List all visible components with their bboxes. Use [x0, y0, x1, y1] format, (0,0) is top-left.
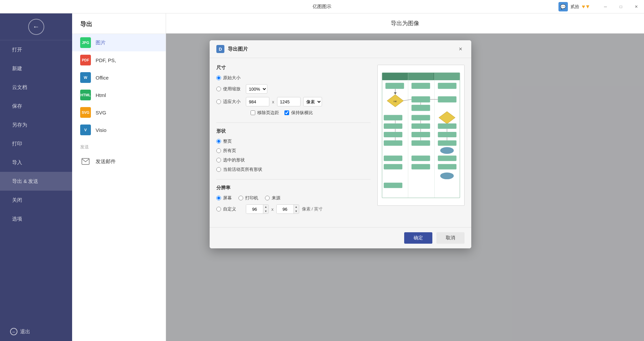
shape-current-radio[interactable] [216, 167, 221, 172]
svg-rect-31 [438, 140, 456, 146]
fit-size-label[interactable]: 适应大小 [216, 99, 243, 105]
right-content: 导出为图像 D 导出图片 [166, 13, 644, 341]
sidebar-item-cloud[interactable]: 云文档 [0, 78, 72, 97]
fit-height-input[interactable] [277, 97, 301, 106]
back-arrow-icon: ← [33, 23, 40, 31]
sidebar-item-label: 导入 [12, 159, 22, 166]
original-size-label[interactable]: 原始大小 [216, 75, 243, 81]
shape-all-radio[interactable] [216, 148, 221, 153]
chat-icon[interactable]: 💬 [558, 2, 568, 11]
svg-rect-23 [384, 124, 402, 129]
sidebar-item-label: 选项 [12, 216, 22, 222]
sidebar-item-options[interactable]: 选项 [0, 209, 72, 228]
shape-whole-row: 整页 [216, 138, 371, 144]
sidebar-item-print[interactable]: 打印 [0, 134, 72, 153]
export-item-jpg[interactable]: JPG 图片 [72, 34, 166, 51]
sidebar-item-label: 打开 [12, 47, 22, 53]
sidebar-item-save-as[interactable]: 另存为 [0, 115, 72, 134]
preview-inner: 判断 [378, 65, 464, 205]
keep-ratio-checkbox[interactable] [284, 110, 289, 115]
scale-size-radio[interactable] [216, 87, 221, 91]
export-panel: 导出 JPG 图片 PDF PDF, PS, W [72, 13, 166, 341]
send-email-item[interactable]: 发送邮件 [72, 153, 166, 170]
resolution-x-buttons: ▲ ▼ [263, 205, 268, 213]
original-size-radio[interactable] [216, 76, 221, 80]
sidebar-item-open[interactable]: 打开 [0, 40, 72, 59]
resolution-printer-label[interactable]: 打印机 [238, 195, 258, 201]
sidebar-item-new[interactable]: 新建 [0, 59, 72, 78]
export-item-svg[interactable]: SVG SVG [72, 104, 166, 121]
dialog-title-area: D 导出图片 [216, 45, 248, 53]
resolution-y-up-button[interactable]: ▲ [293, 205, 299, 209]
shape-selected-radio[interactable] [216, 158, 221, 162]
resolution-y-down-button[interactable]: ▼ [293, 209, 299, 213]
pdf-icon: PDF [80, 55, 91, 65]
fit-size-radio[interactable] [216, 99, 221, 104]
sidebar-item-import[interactable]: 导入 [0, 153, 72, 172]
app-title: 亿图图示 [313, 4, 331, 10]
shape-selected-label[interactable]: 选中的形状 [216, 157, 245, 163]
sidebar-item-label: 保存 [12, 103, 22, 109]
scale-select[interactable]: 100% 50% 75% 150% 200% [246, 84, 267, 94]
export-item-office[interactable]: W Office [72, 69, 166, 86]
svg-point-47 [440, 173, 453, 179]
export-item-visio[interactable]: V Visio [72, 121, 166, 139]
trim-margin-label[interactable]: 移除页边距 [251, 110, 279, 116]
sidebar-item-label: 导出 & 发送 [12, 178, 38, 185]
resolution-custom-radio[interactable] [216, 207, 221, 211]
exit-label: 退出 [20, 329, 30, 335]
keep-ratio-label[interactable]: 保持纵横比 [284, 110, 313, 116]
resolution-custom-label[interactable]: 自定义 [216, 206, 243, 212]
sidebar-item-export[interactable]: 导出 & 发送 [0, 172, 72, 191]
back-button[interactable]: ← [28, 19, 44, 35]
sidebar-item-label: 新建 [12, 65, 22, 72]
resolution-source-radio[interactable] [265, 196, 270, 200]
fit-width-input[interactable] [246, 97, 269, 106]
resolution-y-spinner: ▲ ▼ [276, 204, 299, 214]
resolution-screen-label[interactable]: 屏幕 [216, 195, 232, 201]
svg-rect-15 [412, 105, 430, 111]
trim-margin-checkbox[interactable] [251, 110, 255, 115]
dialog-footer: 确定 取消 [210, 227, 471, 248]
shape-selected-row: 选中的形状 [216, 157, 371, 163]
close-window-button[interactable]: ✕ [629, 0, 644, 13]
resolution-printer-radio[interactable] [238, 196, 243, 200]
exit-button[interactable]: – 退出 [0, 322, 72, 341]
sidebar-item-close[interactable]: 关闭 [0, 191, 72, 209]
size-fit-row: 适应大小 x 像素 英寸 毫 [216, 97, 371, 106]
shape-whole-label[interactable]: 整页 [216, 138, 243, 144]
confirm-button[interactable]: 确定 [404, 232, 432, 244]
size-section-title: 尺寸 [216, 65, 371, 71]
resolution-x-up-button[interactable]: ▲ [263, 205, 268, 209]
main-layout: ← 打开 新建 云文档 保存 另存为 打印 导入 导出 & 发送 关闭 [0, 13, 644, 341]
visio-icon: V [80, 125, 91, 135]
size-original-row: 原始大小 [216, 75, 371, 81]
svg-rect-48 [384, 183, 402, 188]
dialog-close-button[interactable]: × [457, 45, 465, 53]
size-scale-row: 使用缩放 100% 50% 75% 150% 200% [216, 84, 371, 94]
shape-whole-radio[interactable] [216, 139, 221, 144]
resolution-screen-radio[interactable] [216, 196, 221, 200]
sidebar-back: ← [0, 13, 72, 40]
svg-rect-8 [412, 83, 430, 89]
minimize-button[interactable]: ─ [598, 0, 613, 13]
shape-all-label[interactable]: 所有页 [216, 148, 243, 154]
resolution-x-down-button[interactable]: ▼ [263, 209, 268, 213]
resolution-y-input[interactable] [277, 205, 293, 213]
resolution-source-label[interactable]: 来源 [265, 195, 280, 201]
svg-point-40 [440, 147, 453, 154]
svg-rect-22 [412, 115, 430, 120]
sidebar-item-save[interactable]: 保存 [0, 97, 72, 115]
svg-rect-30 [412, 140, 430, 146]
export-item-html[interactable]: HTML Html [72, 86, 166, 104]
maximize-button[interactable]: □ [613, 0, 629, 13]
shape-current-label[interactable]: 当前活动页所有形状 [216, 166, 283, 173]
scale-size-label[interactable]: 使用缩放 [216, 86, 243, 92]
export-item-pdf[interactable]: PDF PDF, PS, [72, 51, 166, 69]
fit-unit-select[interactable]: 像素 英寸 毫米 [303, 97, 322, 106]
export-item-label: Office [96, 75, 109, 81]
divider-1 [216, 123, 371, 123]
send-email-label: 发送邮件 [96, 158, 116, 165]
cancel-button[interactable]: 取消 [436, 232, 465, 244]
resolution-x-input[interactable] [246, 205, 263, 213]
